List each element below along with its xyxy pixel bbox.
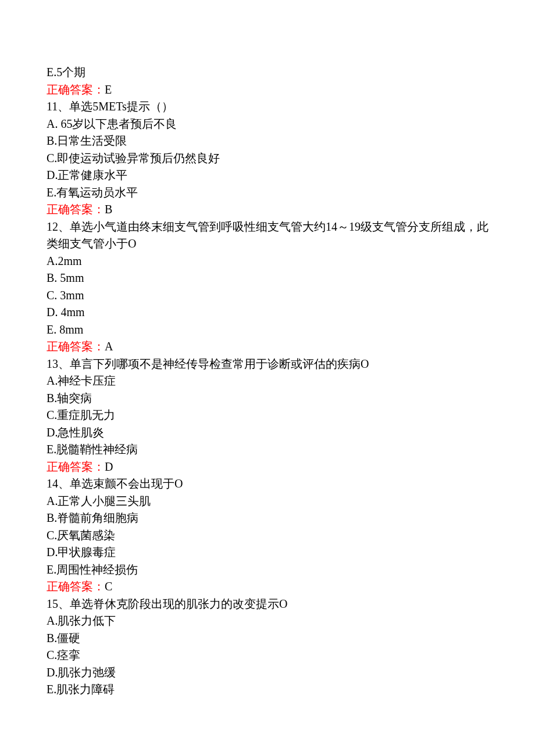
q13-answer: 正确答案：D: [47, 458, 488, 476]
q12-option-c: C. 3mm: [47, 287, 488, 304]
q13-option-b: B.轴突病: [47, 390, 488, 407]
q11-option-c: C.即使运动试验异常预后仍然良好: [47, 150, 488, 167]
q13-option-c: C.重症肌无力: [47, 407, 488, 424]
q12-option-a: A.2mm: [47, 253, 488, 270]
q11-stem: 11、单选5METs提示（）: [47, 98, 488, 116]
q13-stem: 13、单言下列哪项不是神经传导检查常用于诊断或评估的疾病O: [47, 356, 488, 373]
q10-answer: 正确答案：E: [47, 81, 488, 99]
answer-label: 正确答案：: [47, 460, 105, 473]
q14-option-e: E.周围性神经损伤: [47, 561, 488, 579]
answer-value: A: [105, 340, 113, 353]
q10-option-e: E.5个期: [47, 64, 488, 81]
q12-option-d: D. 4mm: [47, 304, 488, 321]
q11-option-d: D.正常健康水平: [47, 167, 488, 184]
q11-answer: 正确答案：B: [47, 201, 488, 218]
q15-option-e: E.肌张力障碍: [47, 681, 488, 698]
answer-value: C: [105, 580, 112, 593]
answer-label: 正确答案：: [47, 203, 105, 216]
q13-option-d: D.急性肌炎: [47, 424, 488, 442]
answer-value: D: [105, 460, 113, 473]
q13-option-e: E.脱髓鞘性神经病: [47, 441, 488, 458]
q15-stem: 15、单选脊休克阶段出现的肌张力的改变提示O: [47, 596, 488, 613]
q14-stem: 14、单选束颤不会出现于O: [47, 475, 488, 493]
q13-option-a: A.神经卡压症: [47, 372, 488, 390]
q15-option-b: B.僵硬: [47, 630, 488, 647]
q14-answer: 正确答案：C: [47, 578, 488, 596]
answer-value: B: [105, 203, 112, 216]
q11-option-e: E.有氧运动员水平: [47, 184, 488, 202]
q15-option-a: A.肌张力低下: [47, 612, 488, 630]
answer-label: 正确答案：: [47, 340, 105, 353]
q14-option-c: C.厌氧菌感染: [47, 527, 488, 544]
q12-option-b: B. 5mm: [47, 270, 488, 287]
answer-value: E: [105, 83, 112, 96]
q12-option-e: E. 8mm: [47, 321, 488, 339]
q14-option-a: A.正常人小腿三头肌: [47, 493, 488, 510]
q11-option-b: B.日常生活受限: [47, 132, 488, 150]
document-page: E.5个期 正确答案：E 11、单选5METs提示（） A. 65岁以下患者预后…: [0, 0, 535, 733]
q15-option-d: D.肌张力弛缓: [47, 664, 488, 682]
answer-label: 正确答案：: [47, 580, 105, 593]
q15-option-c: C.痉挛: [47, 647, 488, 664]
q12-stem: 12、单选小气道由终末细支气管到呼吸性细支气管大约14～19级支气管分支所组成，…: [47, 218, 488, 253]
q14-option-b: B.脊髓前角细胞病: [47, 510, 488, 527]
answer-label: 正确答案：: [47, 83, 105, 96]
q11-option-a: A. 65岁以下患者预后不良: [47, 116, 488, 133]
q14-option-d: D.甲状腺毒症: [47, 544, 488, 561]
q12-answer: 正确答案：A: [47, 338, 488, 356]
